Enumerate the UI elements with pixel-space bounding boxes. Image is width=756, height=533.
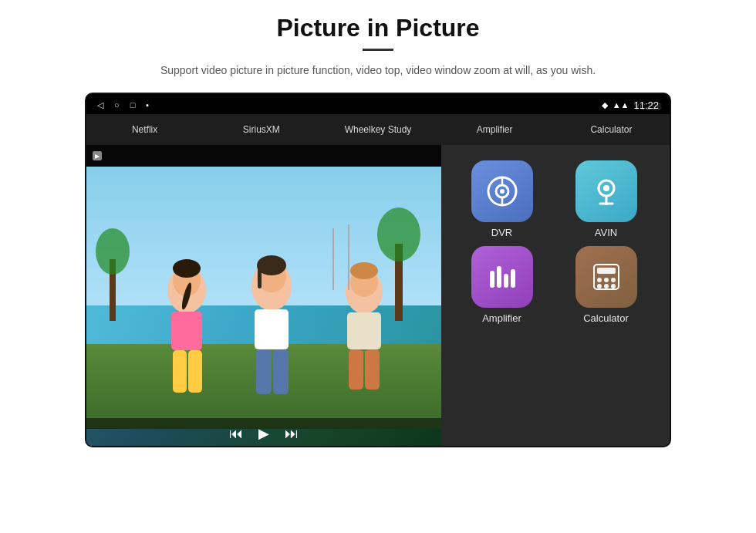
svg-rect-20 [365, 349, 380, 390]
bottom-label-wheelkey: Wheelkey Study [319, 124, 436, 135]
svg-point-48 [604, 284, 609, 288]
bottom-label-amplifier: Amplifier [437, 124, 553, 135]
bottom-labels: Netflix SiriusXM Wheelkey Study Amplifie… [86, 114, 670, 145]
svg-rect-18 [347, 312, 381, 349]
wifi-icon: ▲▲ [613, 100, 629, 110]
calculator-icon-svg [589, 260, 623, 294]
avin-icon [575, 160, 637, 222]
video-scene-svg [86, 167, 441, 429]
svg-rect-41 [511, 269, 515, 288]
svg-point-22 [350, 262, 378, 279]
dvr-label: DVR [491, 227, 512, 238]
skip-back-button[interactable]: ⏮ [229, 426, 243, 442]
bottom-label-calculator: Calculator [553, 124, 670, 135]
svg-rect-38 [490, 271, 494, 288]
svg-point-45 [604, 278, 609, 282]
svg-point-44 [597, 278, 602, 282]
pip-record-indicator: ▶ [93, 151, 102, 160]
amplifier-label: Amplifier [482, 312, 521, 324]
apps-area: DVR AVIN [438, 145, 670, 447]
device-frame: ◁ ○ □ ▪ ◆ ▲▲ 11:22 ⌂ ⚡ ▲ 5:28 PM 📷 🔊 [85, 93, 671, 447]
title-divider [363, 49, 393, 51]
svg-rect-13 [273, 349, 289, 394]
svg-rect-16 [258, 265, 262, 288]
svg-point-35 [603, 185, 609, 191]
skip-forward-button[interactable]: ⏭ [285, 426, 299, 442]
app-item-calculator[interactable]: Calculator [558, 246, 654, 324]
recents-nav-icon[interactable]: □ [130, 100, 136, 110]
video-playback-bar[interactable]: ⏮ ▶ ⏭ [86, 418, 441, 447]
watermark: VCZ98 [634, 103, 662, 111]
svg-rect-12 [256, 349, 272, 394]
app-item-avin[interactable]: AVIN [558, 160, 654, 238]
dvr-icon-svg [485, 174, 519, 208]
amplifier-icon-svg [485, 260, 519, 294]
svg-point-46 [611, 278, 616, 282]
location-icon: ◆ [602, 100, 608, 110]
back-nav-icon[interactable]: ◁ [97, 100, 103, 110]
app-item-dvr[interactable]: DVR [454, 160, 550, 238]
amplifier-icon [471, 246, 533, 308]
svg-point-47 [597, 284, 602, 288]
status-bar-left: ◁ ○ □ ▪ [97, 100, 149, 110]
svg-point-26 [377, 207, 420, 261]
status-bar: ◁ ○ □ ▪ ◆ ▲▲ 11:22 [86, 94, 670, 116]
svg-rect-40 [504, 274, 508, 288]
bottom-label-siriusxm: SiriusXM [203, 124, 319, 135]
page-wrapper: Picture in Picture Support video picture… [0, 0, 756, 533]
app-item-amplifier[interactable]: Amplifier [454, 246, 550, 324]
svg-rect-4 [171, 312, 202, 350]
calculator-label: Calculator [583, 312, 629, 324]
avin-label: AVIN [595, 227, 617, 238]
video-area: ⏮ ▶ ⏭ [86, 167, 441, 447]
bottom-label-netflix: Netflix [86, 124, 203, 135]
svg-point-49 [611, 284, 616, 288]
app-grid: DVR AVIN [446, 153, 662, 332]
dvr-icon [471, 160, 533, 222]
page-title: Picture in Picture [276, 14, 479, 42]
svg-rect-43 [597, 268, 616, 274]
svg-rect-39 [497, 266, 501, 288]
svg-rect-6 [188, 350, 202, 393]
svg-point-31 [500, 189, 505, 194]
calculator-icon [575, 246, 637, 308]
play-pause-button[interactable]: ▶ [258, 425, 269, 442]
svg-point-8 [173, 259, 201, 278]
pip-top-bar: ▶ [86, 145, 441, 167]
page-subtitle: Support video picture in picture functio… [160, 62, 596, 79]
svg-rect-19 [349, 349, 363, 390]
app-icon-small: ▪ [146, 100, 149, 110]
avin-icon-svg [589, 174, 623, 208]
svg-rect-11 [255, 309, 289, 349]
svg-point-24 [96, 228, 130, 275]
svg-rect-5 [173, 350, 187, 393]
pip-container[interactable]: ▶ − + ✕ [86, 145, 441, 447]
home-nav-icon[interactable]: ○ [114, 100, 120, 110]
